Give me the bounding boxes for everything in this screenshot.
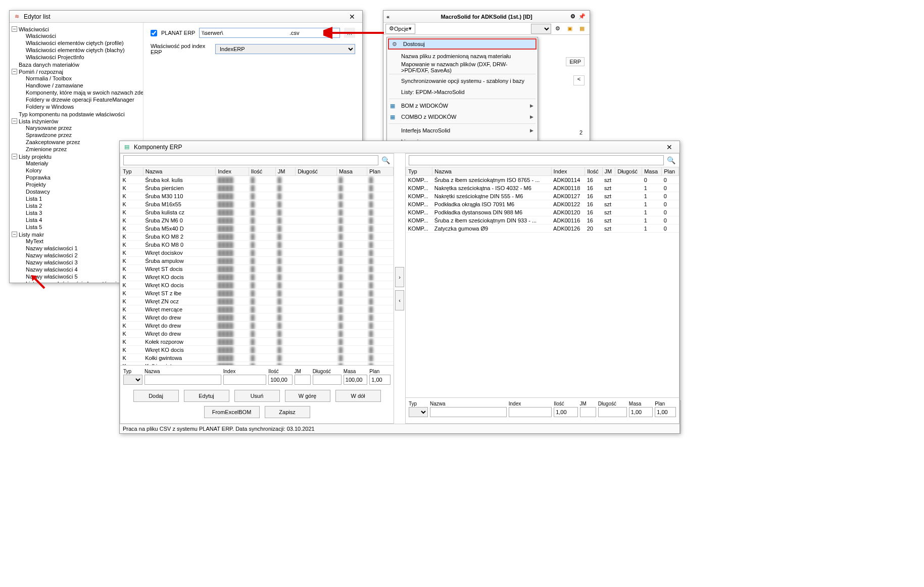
table-row[interactable]: KOMP...Śruba z łbem sześciokątnym ISO 87… [406, 176, 679, 184]
menu-item[interactable]: Nazwa pliku z podmienioną nazwą materiał… [387, 51, 538, 62]
table-row[interactable]: KOMP...Śruba z łbem sześciokątnym DIN 93… [406, 216, 679, 224]
expand-icon[interactable]: – [12, 69, 17, 74]
wgore-button[interactable]: W górę [285, 390, 330, 402]
cube-icon[interactable]: ▣ [564, 24, 575, 34]
planat-erp-checkbox[interactable] [151, 30, 157, 36]
table-row[interactable]: KWkręt ST docis████████ [121, 265, 394, 273]
search-icon[interactable]: 🔍 [666, 155, 676, 165]
dodaj-button[interactable]: Dodaj [133, 390, 179, 402]
column-header[interactable]: Typ [406, 167, 432, 176]
menu-item[interactable]: Listy: EPDM->MacroSolid [387, 86, 538, 98]
tree-item[interactable]: Handlowe / zamawiane [19, 82, 141, 89]
table-row[interactable]: KWkręt do drew████████ [121, 322, 394, 330]
close-icon[interactable]: ✕ [345, 12, 359, 22]
tree-item[interactable]: Normalia / Toolbox [19, 75, 141, 82]
table-row[interactable]: KOMP...Zatyczka gumowa Ø9ADK0012620szt10 [406, 224, 679, 233]
table-row[interactable]: KŚruba ampulow████████ [121, 257, 394, 265]
filter-jm[interactable] [295, 375, 311, 385]
filter-nazwa[interactable] [430, 407, 507, 417]
tree-item[interactable]: Foldery w Windows [19, 103, 141, 110]
filter-długość[interactable] [313, 375, 342, 385]
column-header[interactable]: Masa [642, 167, 662, 176]
titlebar[interactable]: « MacroSolid for ADKSolid (1st.) [ID] ⚙ … [383, 11, 590, 23]
tree-item[interactable]: Właściwości elementów ciętych (blachy) [19, 47, 141, 54]
column-header[interactable]: Nazwa [143, 167, 215, 176]
tree-item[interactable]: Komponenty, które mają w swoich nazwach … [19, 89, 141, 96]
search-input-right[interactable] [409, 155, 664, 165]
menu-item[interactable]: ▦BOM z WIDOKÓW [387, 100, 538, 111]
filter-długość[interactable] [598, 407, 627, 417]
tree-item[interactable]: –WłaściwościWłaściwościWłaściwości eleme… [12, 26, 141, 61]
usun-button[interactable]: Usuń [234, 390, 280, 402]
filter-jm[interactable] [580, 407, 596, 417]
column-header[interactable]: Długość [296, 167, 337, 176]
filter-ilość[interactable] [554, 407, 577, 417]
unknown-select[interactable] [531, 24, 551, 34]
filter-nazwa[interactable] [144, 375, 221, 385]
menu-item[interactable]: ▦COMBO z WIDOKÓW [387, 111, 538, 122]
table-row[interactable]: KWkręt ZN ocz████████ [121, 297, 394, 305]
column-header[interactable]: Ilość [249, 167, 275, 176]
search-input-left[interactable] [123, 155, 378, 165]
table-row[interactable]: KWkręt KO docis████████ [121, 281, 394, 289]
column-header[interactable]: JM [602, 167, 615, 176]
table-row[interactable]: KOMP...Nakrętki sześciokątne DIN 555 - M… [406, 192, 679, 200]
close-icon[interactable]: ✕ [662, 142, 676, 152]
table-row[interactable]: KŚruba pierścien████████ [121, 184, 394, 192]
column-header[interactable]: Nazwa [432, 167, 551, 176]
left-grid[interactable]: TypNazwaIndexIlośćJMDługośćMasaPlanKŚrub… [120, 167, 394, 365]
tree-item[interactable]: –Pomiń / rozpoznajNormalia / ToolboxHand… [12, 68, 141, 111]
tree-item[interactable]: Sprawdzone przez [19, 131, 141, 139]
titlebar[interactable]: ▤ Komponenty ERP ✕ [120, 141, 679, 153]
tree-item[interactable]: Narysowane przez [19, 124, 141, 131]
column-header[interactable]: Plan [367, 167, 394, 176]
column-header[interactable]: Typ [121, 167, 143, 176]
opcje-dropdown[interactable]: ⚙ Opcje ▾ [385, 24, 415, 34]
filter-ilość[interactable] [268, 375, 292, 385]
tree-item[interactable]: Właściwości ProjectInfo [19, 54, 141, 61]
column-header[interactable]: Ilość [585, 167, 602, 176]
filter-typ[interactable] [123, 375, 142, 385]
pin-icon[interactable]: 📌 [576, 12, 588, 22]
table-row[interactable]: KOMP...Nakrętka sześciokątna - ISO 4032 … [406, 184, 679, 192]
menu-item[interactable]: Interfejs MacroSolid [387, 125, 538, 136]
table-row[interactable]: KWkręt do drew████████ [121, 330, 394, 338]
tree-item[interactable]: Właściwości [19, 32, 141, 39]
table-row[interactable]: KKołki gwintowa████████ [121, 354, 394, 362]
table-row[interactable]: KKołek rozporow████████ [121, 338, 394, 346]
table-row[interactable]: KŚruba KO M8 0████████ [121, 241, 394, 249]
filter-plan[interactable] [655, 407, 676, 417]
move-right-button[interactable]: › [395, 267, 404, 287]
right-grid[interactable]: TypNazwaIndexIlośćJMDługośćMasaPlanKOMP.… [406, 167, 679, 233]
column-header[interactable]: Masa [336, 167, 367, 176]
table-row[interactable]: KŚruba kulista cz████████ [121, 208, 394, 216]
column-header[interactable]: Plan [662, 167, 679, 176]
expand-icon[interactable]: – [12, 26, 17, 32]
planat-path-input[interactable] [199, 28, 340, 38]
menu-item[interactable]: ⚙Dostosuj [388, 38, 537, 50]
table-row[interactable]: KWkręt dociskov████████ [121, 249, 394, 257]
filter-plan[interactable] [369, 375, 391, 385]
tree-item[interactable]: Typ komponentu na podstawie właściwości [12, 111, 141, 118]
move-left-button[interactable]: ‹ [395, 290, 404, 310]
table-row[interactable]: KWkręt KO docis████████ [121, 346, 394, 354]
wdol-button[interactable]: W dół [335, 390, 381, 402]
index-erp-select[interactable]: IndexERP [215, 44, 355, 54]
column-header[interactable]: Długość [615, 167, 642, 176]
collapse-button[interactable]: < [573, 75, 585, 85]
filter-masa[interactable] [344, 375, 367, 385]
table-row[interactable]: KWkręt do drew████████ [121, 313, 394, 322]
menu-item[interactable]: Mapowanie w nazwach plików (DXF, DRW->PD… [387, 62, 538, 73]
table-row[interactable]: KWkręt KO docis████████ [121, 273, 394, 281]
filter-typ[interactable] [409, 407, 428, 417]
tree-item[interactable]: Foldery w drzewie operacji FeatureManage… [19, 96, 141, 103]
edytuj-button[interactable]: Edytuj [184, 390, 229, 402]
expand-icon[interactable]: – [12, 118, 17, 124]
tree-item[interactable]: Właściwości elementów ciętych (profile) [19, 39, 141, 47]
table-row[interactable]: KŚruba KO M8 2████████ [121, 233, 394, 241]
browse-button[interactable]: … [344, 28, 355, 38]
table-row[interactable]: KŚruba ZN M6 0████████ [121, 216, 394, 224]
table-row[interactable]: KŚruba M30 110████████ [121, 192, 394, 200]
table-row[interactable]: KŚruba koł. kulis████████ [121, 176, 394, 184]
column-header[interactable]: Index [216, 167, 249, 176]
